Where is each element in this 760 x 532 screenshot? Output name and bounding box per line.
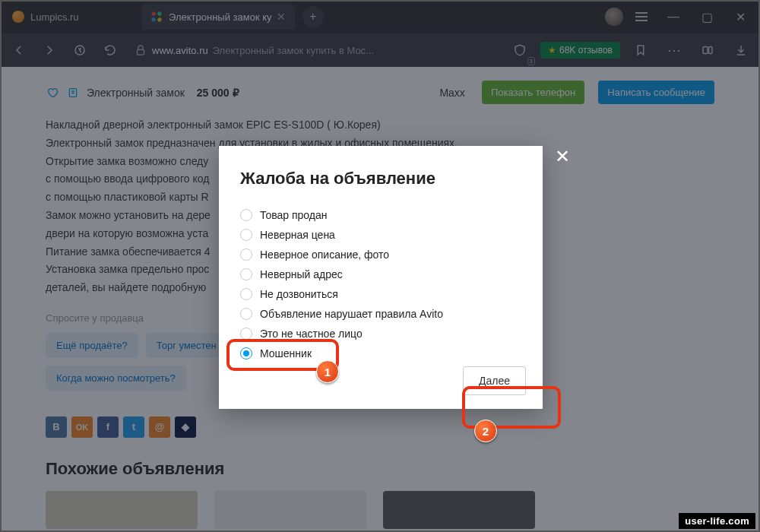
next-button[interactable]: Далее: [463, 366, 526, 395]
option-label: Это не частное лицо: [260, 328, 363, 340]
option-label: Не дозвониться: [260, 288, 338, 300]
radio-icon: [240, 249, 252, 261]
radio-icon: [240, 209, 252, 221]
callout-bubble: 2: [474, 420, 497, 442]
radio-icon: [240, 328, 252, 340]
option-label: Товар продан: [260, 209, 328, 221]
option-label: Объявление нарушает правила Avito: [260, 308, 443, 320]
radio-icon: [240, 229, 252, 241]
callout-bubble: 1: [316, 360, 339, 383]
report-option[interactable]: Объявление нарушает правила Avito: [240, 304, 521, 324]
radio-icon: [240, 268, 252, 280]
report-option[interactable]: Не дозвониться: [240, 284, 521, 304]
report-option[interactable]: Неверное описание, фото: [240, 245, 521, 264]
report-option[interactable]: Товар продан: [240, 205, 521, 225]
modal-title: Жалоба на объявление: [240, 169, 521, 188]
report-modal: Жалоба на объявление Товар продан Неверн…: [219, 146, 543, 409]
report-option-selected[interactable]: Мошенник: [240, 344, 521, 363]
option-label: Неверное описание, фото: [260, 249, 389, 261]
option-label: Неверная цена: [260, 229, 335, 241]
watermark: user-life.com: [679, 513, 755, 529]
report-option[interactable]: Неверный адрес: [240, 264, 521, 284]
radio-icon: [240, 308, 252, 320]
option-label: Мошенник: [260, 347, 312, 359]
report-option[interactable]: Это не частное лицо: [240, 324, 521, 344]
report-option[interactable]: Неверная цена: [240, 225, 521, 245]
option-label: Неверный адрес: [260, 268, 343, 280]
radio-icon: [240, 288, 252, 300]
radio-icon: [240, 347, 252, 359]
modal-close-icon[interactable]: ✕: [555, 146, 570, 167]
